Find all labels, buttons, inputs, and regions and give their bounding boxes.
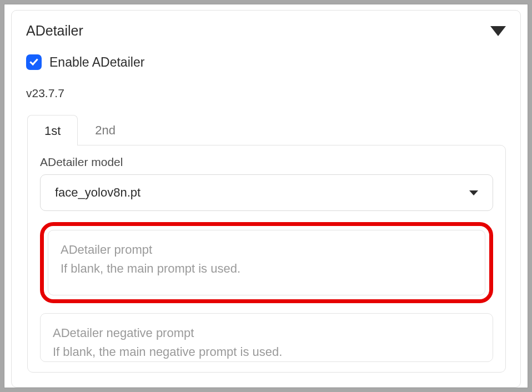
model-label: ADetailer model [40, 155, 493, 169]
prompt-highlight-annotation: ADetailer prompt If blank, the main prom… [40, 222, 493, 303]
model-select[interactable]: face_yolov8n.pt [40, 174, 493, 211]
enable-checkbox[interactable] [26, 54, 42, 70]
check-icon [29, 57, 38, 66]
tabs-container: 1st 2nd ADetailer model face_yolov8n.pt … [27, 114, 506, 373]
chevron-down-icon [469, 190, 478, 195]
adetailer-negative-prompt-input[interactable]: ADetailer negative prompt If blank, the … [40, 313, 493, 362]
panel-header[interactable]: ADetailer [26, 23, 506, 39]
tab-1st[interactable]: 1st [27, 115, 78, 145]
window-frame: ADetailer Enable ADetailer v23.7.7 1st 2… [4, 4, 528, 388]
version-text: v23.7.7 [26, 87, 506, 100]
adetailer-prompt-input[interactable]: ADetailer prompt If blank, the main prom… [48, 230, 485, 295]
adetailer-panel: ADetailer Enable ADetailer v23.7.7 1st 2… [11, 10, 521, 388]
tabs: 1st 2nd [27, 114, 506, 145]
enable-label: Enable ADetailer [49, 55, 144, 70]
tab-content: ADetailer model face_yolov8n.pt ADetaile… [27, 145, 506, 373]
panel-title: ADetailer [26, 23, 83, 39]
model-selected-value: face_yolov8n.pt [55, 185, 140, 200]
collapse-icon[interactable] [490, 26, 506, 36]
tab-2nd[interactable]: 2nd [78, 114, 133, 145]
enable-row[interactable]: Enable ADetailer [26, 54, 506, 70]
